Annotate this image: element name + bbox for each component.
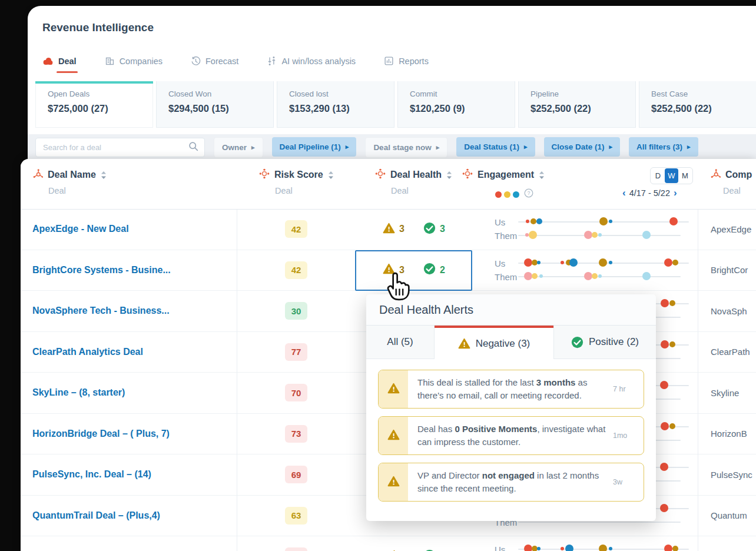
risk-score-cell[interactable]: 63 (257, 496, 335, 536)
engagement-dot-mustard (669, 341, 675, 347)
risk-score-cell[interactable]: 30 (257, 291, 335, 331)
table-row[interactable]: UsThem (21, 536, 756, 551)
deal-health-cell[interactable]: 32 (355, 250, 473, 291)
engagement-dot-yellow (532, 273, 538, 279)
property-icon (462, 168, 473, 181)
summary-card-label: Open Deals (48, 89, 152, 98)
popup-tab-positive-2-[interactable]: Positive (2) (553, 326, 656, 359)
engagement-dot-red (660, 381, 668, 389)
risk-score-cell[interactable] (257, 536, 335, 551)
search-input[interactable] (42, 142, 188, 152)
deal-name-link[interactable]: SkyLine – (8, starter) (32, 373, 125, 413)
nav-tab-ai-win-loss-analysis[interactable]: AI win/loss analysis (267, 56, 356, 73)
risk-score-cell[interactable]: 69 (257, 454, 335, 495)
risk-score-badge[interactable]: 42 (285, 261, 307, 279)
engagement-dot-yellow (592, 232, 598, 238)
filter-chip-close-date-1-[interactable]: Close Date (1) ▸ (544, 137, 621, 157)
filter-chip-owner[interactable]: Owner ▸ (214, 137, 263, 158)
legend-dot-blue (513, 191, 519, 198)
search-box[interactable] (35, 138, 205, 157)
chevron-right-icon[interactable]: › (674, 188, 677, 198)
risk-score-cell[interactable]: 73 (257, 414, 335, 454)
companies-icon (105, 56, 115, 66)
summary-card-open-deals[interactable]: Open Deals $725,000 (27) (35, 81, 153, 128)
period-toggle-w[interactable]: W (665, 168, 678, 183)
nav-tab-reports[interactable]: Reports (384, 56, 429, 73)
deal-name-link[interactable]: BrightCore Systems - Busine... (32, 250, 171, 291)
engagement-dot-pink (584, 231, 592, 239)
active-card-bar (35, 81, 153, 84)
engagement-cell[interactable]: UsThem (474, 536, 697, 551)
nav-tab-deal[interactable]: Deal (42, 57, 77, 73)
summary-card-best-case[interactable]: Best Case $252,500 (22) (639, 81, 756, 128)
col-title-deal-name[interactable]: Deal Name (48, 170, 96, 180)
risk-score-cell[interactable]: 42 (257, 209, 335, 250)
risk-score-badge[interactable]: 42 (285, 220, 307, 238)
popup-tab-all-5-[interactable]: All (5) (366, 326, 435, 359)
deal-name-link[interactable]: ApexEdge - New Deal (32, 209, 129, 250)
positive-count: 2 (440, 265, 445, 276)
col-deal-health: Deal Health Deal (375, 168, 452, 195)
risk-score-badge[interactable]: 77 (285, 343, 307, 361)
deal-name-link[interactable]: QuantumTrail Deal – (Plus,4) (32, 496, 160, 536)
filter-chip-deal-status-1-[interactable]: Deal Status (1) ▸ (456, 137, 535, 157)
engagement-cell[interactable]: UsThem (474, 209, 697, 250)
period-toggle-m[interactable]: M (678, 168, 692, 183)
nav-tab-companies[interactable]: Companies (105, 56, 163, 73)
risk-score-badge[interactable]: 63 (285, 507, 307, 525)
popup-tabs: All (5) Negative (3) Positive (2) (366, 326, 656, 359)
filter-bar: Owner ▸ Deal Pipeline (1) ▸ Deal stage n… (28, 134, 756, 160)
forecast-icon (191, 56, 201, 66)
summary-card-closed-won[interactable]: Closed Won $294,500 (15) (156, 81, 274, 128)
deal-name-link[interactable]: ClearPath Analytics Deal (32, 332, 143, 373)
summary-card-closed-lost[interactable]: Closed lost $153,290 (13) (277, 81, 394, 128)
col-title-deal-health[interactable]: Deal Health (390, 170, 442, 180)
deal-name-link[interactable]: PulseSync, Inc. Deal – (14) (32, 454, 151, 495)
risk-score-badge[interactable]: 30 (285, 302, 307, 320)
risk-score-cell[interactable]: 42 (257, 250, 335, 291)
risk-score-cell[interactable]: 77 (257, 332, 335, 373)
risk-score-badge[interactable]: 69 (285, 466, 307, 483)
caret-right-icon: ▸ (346, 143, 349, 151)
risk-score-cell[interactable]: 70 (257, 373, 335, 413)
question-icon[interactable]: ? (524, 188, 533, 200)
caret-right-icon: ▸ (524, 143, 528, 151)
engagement-cell[interactable]: UsThem (474, 250, 697, 291)
summary-card-label: Closed Won (168, 89, 273, 98)
sort-icon[interactable] (328, 171, 334, 180)
summary-cards-row: Open Deals $725,000 (27) Closed Won $294… (35, 81, 756, 128)
deal-name-link[interactable]: NovaSphere Tech - Business... (32, 291, 170, 331)
table-row[interactable]: BrightCore Systems - Busine... 42 32 UsT… (21, 250, 756, 291)
risk-score-badge[interactable] (285, 547, 307, 551)
column-separator (237, 159, 237, 551)
summary-card-commit[interactable]: Commit $120,250 (9) (397, 81, 515, 128)
summary-card-pipeline[interactable]: Pipeline $252,500 (22) (518, 81, 636, 128)
chevron-left-icon[interactable]: ‹ (622, 188, 626, 198)
sort-icon[interactable] (101, 171, 107, 180)
filter-chip-all-filters-3-[interactable]: All filters (3) ▸ (629, 137, 698, 157)
summary-card-label: Commit (410, 89, 515, 98)
period-toggle: DWM (650, 167, 693, 184)
col-title-risk-score[interactable]: Risk Score (274, 170, 323, 180)
sort-icon[interactable] (446, 171, 452, 180)
table-row[interactable]: ApexEdge - New Deal 42 33 UsThem ApexEdg… (21, 209, 756, 250)
sort-icon[interactable] (539, 171, 545, 180)
period-toggle-d[interactable]: D (651, 168, 665, 183)
deal-name-link[interactable]: HorizonBridge Deal – ( Plus, 7) (32, 414, 170, 454)
filter-chip-deal-pipeline-1-[interactable]: Deal Pipeline (1) ▸ (272, 137, 357, 157)
popup-tab-negative-3-[interactable]: Negative (3) (435, 326, 553, 359)
alerts-list: This deal is stalled for the last 3 mont… (366, 359, 656, 502)
risk-score-badge[interactable]: 70 (285, 384, 307, 401)
summary-card-value: $294,500 (15) (168, 103, 273, 114)
col-title-engagement[interactable]: Engagement (478, 170, 534, 180)
engagement-legend: ? (495, 188, 533, 200)
nav-tab-forecast[interactable]: Forecast (191, 56, 238, 73)
risk-score-badge[interactable]: 73 (285, 425, 307, 443)
check-icon (571, 336, 583, 348)
col-title-company[interactable]: Comp (725, 170, 752, 180)
deal-health-cell[interactable]: 33 (355, 209, 473, 250)
popup-title: Deal Health Alerts (366, 294, 656, 326)
filter-chip-deal-stage-now[interactable]: Deal stage now ▸ (365, 137, 447, 158)
alert-card: This deal is stalled for the last 3 mont… (378, 370, 644, 409)
deal-health-cell[interactable] (355, 536, 473, 551)
